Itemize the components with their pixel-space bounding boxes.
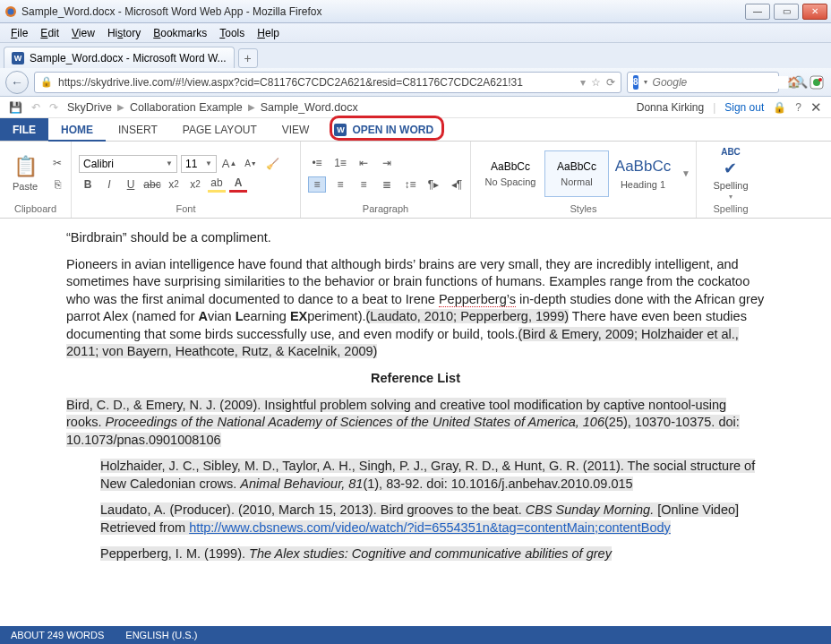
url-input[interactable] <box>58 76 575 89</box>
account-icon[interactable]: 🔒 <box>773 101 786 114</box>
strikethrough-icon[interactable]: abc <box>143 176 161 193</box>
svg-point-6 <box>818 78 822 82</box>
superscript-icon[interactable]: x2 <box>186 176 204 193</box>
tab-file[interactable]: FILE <box>0 118 48 141</box>
menu-view[interactable]: View <box>66 25 100 41</box>
grow-font-icon[interactable]: A▲ <box>220 156 238 172</box>
indent-icon[interactable]: ⇥ <box>378 155 396 171</box>
paragraph[interactable]: “Birdbrain” should be a compliment. <box>66 229 765 247</box>
menu-help[interactable]: Help <box>252 25 285 41</box>
save-icon[interactable]: 💾 <box>9 101 22 114</box>
align-right-icon[interactable]: ≡ <box>355 176 373 193</box>
crumb-skydrive[interactable]: SkyDrive <box>67 101 112 114</box>
status-bar: ABOUT 249 WORDS ENGLISH (U.S.) <box>0 626 831 644</box>
misspelled-word: Pepperberg’s <box>439 292 516 307</box>
close-icon[interactable]: ✕ <box>810 99 822 116</box>
shrink-font-icon[interactable]: A▼ <box>242 156 260 172</box>
highlight-icon[interactable]: ab <box>208 176 226 193</box>
undo-icon[interactable]: ↶ <box>31 101 40 114</box>
new-tab-button[interactable]: + <box>238 48 258 68</box>
word-icon: W <box>334 124 347 136</box>
reference-entry[interactable]: Laudato, A. (Producer). (2010, March 15,… <box>100 502 765 537</box>
tab-insert[interactable]: INSERT <box>106 118 170 141</box>
style-normal[interactable]: AaBbCc Normal <box>544 150 609 197</box>
home-icon[interactable]: 🏠 <box>784 73 802 91</box>
menu-bookmarks[interactable]: Bookmarks <box>148 25 212 41</box>
open-in-word-button[interactable]: W OPEN IN WORD <box>321 118 446 141</box>
underline-icon[interactable]: U <box>122 176 140 193</box>
firefox-titlebar: Sample_Word.docx - Microsoft Word Web Ap… <box>0 0 831 23</box>
spelling-label: Spelling <box>713 180 748 191</box>
word-icon: W <box>12 52 24 64</box>
addon-icon[interactable] <box>808 73 826 91</box>
close-button[interactable]: ✕ <box>802 4 827 20</box>
style-heading-1[interactable]: AaBbCc Heading 1 <box>611 150 675 197</box>
align-left-icon[interactable]: ≡ <box>308 176 326 193</box>
paste-label: Paste <box>13 181 38 192</box>
abc-label: ABC <box>721 147 741 157</box>
bookmark-star-icon[interactable]: ☆ <box>591 76 601 89</box>
font-size-value: 11 <box>185 158 197 170</box>
ltr-icon[interactable]: ¶▸ <box>424 176 442 193</box>
browser-tab[interactable]: W Sample_Word.docx - Microsoft Word W... <box>4 47 235 68</box>
document-page: “Birdbrain” should be a compliment. Pion… <box>66 219 765 608</box>
document-scroll-area[interactable]: “Birdbrain” should be a compliment. Pion… <box>0 219 831 626</box>
menu-history[interactable]: History <box>102 25 146 41</box>
cut-icon[interactable]: ✂ <box>48 155 66 171</box>
align-center-icon[interactable]: ≡ <box>331 176 349 193</box>
line-spacing-icon[interactable]: ↕≡ <box>401 176 419 193</box>
bold-icon[interactable]: B <box>79 176 97 193</box>
bullets-icon[interactable]: •≡ <box>308 155 326 171</box>
minimize-button[interactable]: — <box>745 4 770 20</box>
clear-format-icon[interactable]: 🧹 <box>263 156 281 172</box>
ribbon-tabstrip: FILE HOME INSERT PAGE LAYOUT VIEW W OPEN… <box>0 118 831 142</box>
crumb-folder[interactable]: Collaboration Example <box>130 101 243 114</box>
font-color-icon[interactable]: A <box>229 176 247 193</box>
spelling-button[interactable]: ABC ✔ Spelling ▾ <box>713 147 748 201</box>
rss-icon[interactable]: ▾ <box>580 76 586 89</box>
maximize-button[interactable]: ▭ <box>774 4 799 20</box>
rtl-icon[interactable]: ◂¶ <box>448 176 466 193</box>
word-count[interactable]: ABOUT 249 WORDS <box>11 630 104 640</box>
align-justify-icon[interactable]: ≣ <box>378 176 396 193</box>
font-size-combo[interactable]: 11▼ <box>181 155 217 173</box>
menu-file[interactable]: File <box>5 25 33 41</box>
menu-edit[interactable]: Edit <box>35 25 64 41</box>
search-input[interactable] <box>653 76 788 89</box>
subscript-icon[interactable]: x2 <box>165 176 183 193</box>
lock-icon: 🔒 <box>40 76 53 88</box>
sign-out-link[interactable]: Sign out <box>724 101 764 114</box>
copy-icon[interactable]: ⎘ <box>48 176 66 193</box>
italic-icon[interactable]: I <box>100 176 118 193</box>
reference-entry[interactable]: Bird, C. D., & Emery, N. J. (2009). Insi… <box>66 397 765 450</box>
styles-more-icon[interactable]: ▼ <box>677 166 695 182</box>
reference-link[interactable]: http://www.cbsnews.com/video/watch/?id=6… <box>189 520 671 535</box>
redo-icon[interactable]: ↷ <box>49 101 58 114</box>
firefox-tabbar: W Sample_Word.docx - Microsoft Word W...… <box>0 43 831 68</box>
numbering-icon[interactable]: 1≡ <box>331 155 349 171</box>
help-icon[interactable]: ? <box>795 101 801 114</box>
language-status[interactable]: ENGLISH (U.S.) <box>125 630 197 640</box>
font-name-combo[interactable]: Calibri▼ <box>79 155 177 173</box>
breadcrumb: SkyDrive ▶ Collaboration Example ▶ Sampl… <box>67 101 358 114</box>
reference-entry[interactable]: Pepperberg, I. M. (1999). The Alex studi… <box>100 545 765 563</box>
search-bar[interactable]: 8 ▾ 🔍 <box>627 72 779 93</box>
paragraph[interactable]: Pioneers in avian intelligence have foun… <box>66 256 765 361</box>
back-button[interactable]: ← <box>5 71 29 94</box>
outdent-icon[interactable]: ⇤ <box>355 155 373 171</box>
tab-view[interactable]: VIEW <box>270 118 322 141</box>
reload-icon[interactable]: ⟳ <box>606 76 615 89</box>
group-clipboard-label: Clipboard <box>7 202 64 216</box>
paste-button[interactable]: 📋 Paste <box>7 153 43 193</box>
font-name-value: Calibri <box>83 158 114 170</box>
tab-home[interactable]: HOME <box>48 118 106 141</box>
crumb-file[interactable]: Sample_Word.docx <box>261 101 358 114</box>
reference-entry[interactable]: Holzhaider, J. C., Sibley, M. D., Taylor… <box>100 458 765 493</box>
tab-page-layout[interactable]: PAGE LAYOUT <box>170 118 270 141</box>
menu-tools[interactable]: Tools <box>214 25 250 41</box>
user-name: Donna Kirking <box>637 101 704 114</box>
url-bar[interactable]: 🔒 ▾ ☆ ⟳ <box>34 72 621 93</box>
style-no-spacing[interactable]: AaBbCc No Spacing <box>478 150 543 197</box>
reference-heading[interactable]: Reference List <box>66 370 765 388</box>
search-engine-icon[interactable]: 8 <box>633 75 638 90</box>
